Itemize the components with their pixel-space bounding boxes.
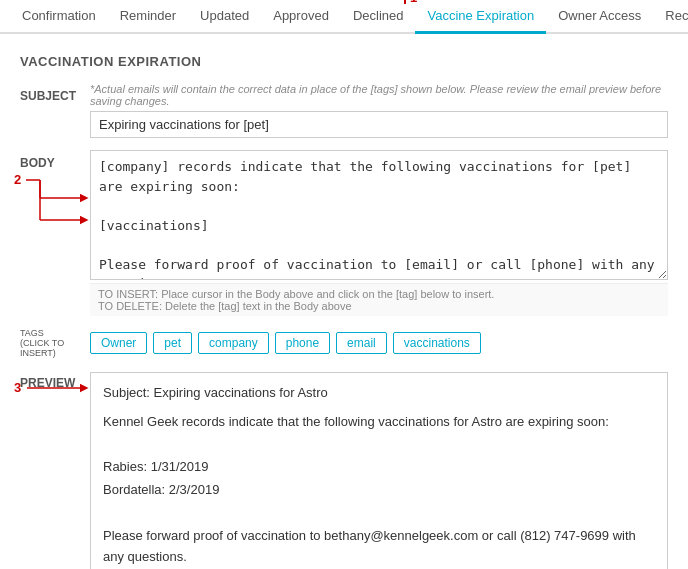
subject-hint: *Actual emails will contain the correct …	[90, 83, 668, 107]
tags-container: Owner pet company phone email vaccinatio…	[90, 332, 481, 354]
tag-owner[interactable]: Owner	[90, 332, 147, 354]
section-title: VACCINATION EXPIRATION	[20, 54, 668, 69]
tags-label: TAGS (CLICK TO INSERT)	[20, 328, 90, 358]
insert-hint: TO INSERT: Place cursor in the Body abov…	[90, 283, 668, 316]
preview-box: Subject: Expiring vaccinations for Astro…	[90, 372, 668, 569]
body-label: BODY	[20, 150, 90, 170]
annotation-arrow-2: 2	[12, 170, 92, 230]
tab-owner-access[interactable]: Owner Access	[546, 0, 653, 32]
tab-navigation: Confirmation Reminder Updated Approved D…	[0, 0, 688, 34]
tab-vaccine-expiration[interactable]: Vaccine Expiration	[415, 0, 546, 34]
insert-hint-line1: TO INSERT: Place cursor in the Body abov…	[98, 288, 660, 300]
main-content: VACCINATION EXPIRATION SUBJECT *Actual e…	[0, 34, 688, 569]
tag-company[interactable]: company	[198, 332, 269, 354]
body-textarea[interactable]: [company] records indicate that the foll…	[90, 150, 668, 280]
subject-row: SUBJECT *Actual emails will contain the …	[20, 83, 668, 138]
subject-label: SUBJECT	[20, 83, 90, 103]
svg-text:2: 2	[14, 172, 21, 187]
body-field-container: [company] records indicate that the foll…	[90, 150, 668, 316]
tag-vaccinations[interactable]: vaccinations	[393, 332, 481, 354]
tab-confirmation[interactable]: Confirmation	[10, 0, 108, 32]
preview-line-3: Bordatella: 2/3/2019	[103, 480, 655, 501]
tag-pet[interactable]: pet	[153, 332, 192, 354]
preview-line-1	[103, 435, 655, 456]
preview-line-0: Kennel Geek records indicate that the fo…	[103, 412, 655, 433]
preview-label: PREVIEW	[20, 372, 90, 390]
preview-subject: Subject: Expiring vaccinations for Astro	[103, 383, 655, 404]
subject-field-container: *Actual emails will contain the correct …	[90, 83, 668, 138]
tag-email[interactable]: email	[336, 332, 387, 354]
tags-row: TAGS (CLICK TO INSERT) Owner pet company…	[20, 328, 668, 358]
tab-approved[interactable]: Approved	[261, 0, 341, 32]
insert-hint-line2: TO DELETE: Delete the [tag] text in the …	[98, 300, 660, 312]
subject-input[interactable]	[90, 111, 668, 138]
preview-row: 3 PREVIEW Subject: Expiring vaccinations…	[20, 372, 668, 569]
preview-line-2: Rabies: 1/31/2019	[103, 457, 655, 478]
preview-line-5: Please forward proof of vaccination to b…	[103, 526, 655, 568]
tab-receipt[interactable]: Receipt	[653, 0, 688, 32]
body-row: 2 BODY [company] records indicate that t…	[20, 150, 668, 316]
preview-line-4	[103, 503, 655, 524]
tab-updated[interactable]: Updated	[188, 0, 261, 32]
tag-phone[interactable]: phone	[275, 332, 330, 354]
tab-reminder[interactable]: Reminder	[108, 0, 188, 32]
tab-declined[interactable]: Declined	[341, 0, 416, 32]
